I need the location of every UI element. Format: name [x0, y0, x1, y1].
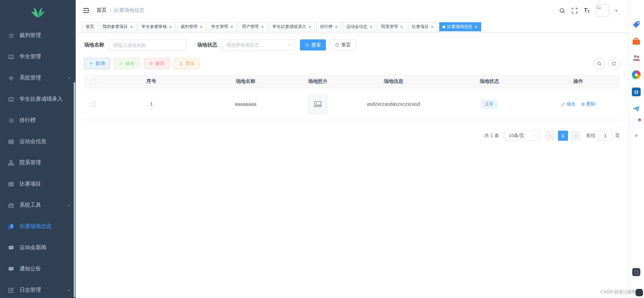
add-button[interactable]: 新增 [84, 58, 110, 69]
list-icon [8, 33, 14, 39]
avatar[interactable] [596, 4, 609, 16]
book-icon [8, 54, 14, 60]
close-icon[interactable]: ✕ [169, 25, 172, 29]
tab-sports-meet-info[interactable]: 运动会信息✕ [343, 22, 376, 31]
sidebar-item-referee-management[interactable]: 裁判管理 [0, 25, 76, 46]
tag-icon[interactable] [632, 20, 641, 29]
row-edit-link[interactable]: 修改 [561, 101, 576, 107]
row-venue-photo [291, 94, 345, 114]
sidebar-item-score-entry[interactable]: 学生比赛成绩录入 [0, 89, 76, 110]
venue-status-label: 场地状态 [197, 42, 217, 48]
main-area: 首页 / 比赛场地信息 TT ▾ 首页 我的参赛项目✕ 学生参赛审核✕ 裁判管理… [76, 0, 628, 298]
sidebar-item-label: 运动会新闻 [20, 244, 46, 251]
search-button[interactable]: 搜索 [300, 39, 326, 51]
tab-score-entry[interactable]: 学生比赛成绩录入✕ [269, 22, 315, 31]
page-size-select[interactable]: 10条/页 [504, 131, 540, 141]
search-icon[interactable] [559, 7, 565, 14]
export-button[interactable]: 导出 [174, 58, 200, 69]
sidebar-item-notice[interactable]: 通知公告 [0, 258, 76, 279]
venue-status-select[interactable]: 请选择场地状态 [222, 39, 295, 51]
breadcrumb: 首页 / 比赛场地信息 [97, 7, 144, 13]
tab-student-review[interactable]: 学生参赛审核✕ [138, 22, 176, 31]
toggle-search-button[interactable] [594, 58, 605, 69]
delete-button[interactable]: 删除 [144, 58, 170, 69]
close-icon[interactable]: ✕ [335, 25, 338, 29]
tab-label: 运动会信息 [346, 24, 368, 30]
tab-student-management[interactable]: 学生管理✕ [208, 22, 237, 31]
row-venue-name: aaaaaaaa [200, 101, 291, 107]
tab-my-events[interactable]: 我的参赛项目✕ [99, 22, 137, 31]
paper-plane-icon[interactable] [632, 104, 641, 113]
fullscreen-icon[interactable] [571, 7, 578, 14]
tab-label: 学生参赛审核 [142, 24, 167, 30]
arrow-right-icon [574, 134, 578, 138]
select-all-checkbox[interactable] [91, 79, 96, 84]
tab-user-management[interactable]: 用户管理✕ [238, 22, 267, 31]
reset-button[interactable]: 重置 [330, 39, 356, 51]
goto-page-input[interactable] [598, 131, 612, 141]
next-page-button[interactable] [571, 131, 581, 141]
photo-thumbnail[interactable] [308, 94, 328, 114]
close-icon[interactable]: ✕ [308, 25, 311, 29]
caret-down-icon[interactable]: ▾ [615, 8, 617, 13]
hamburger-icon[interactable] [82, 7, 90, 14]
tab-referee-management[interactable]: 裁判管理✕ [177, 22, 206, 31]
close-icon[interactable]: ✕ [199, 25, 203, 29]
briefcase-icon[interactable] [632, 37, 641, 46]
tab-label: 比赛场地信息 [447, 24, 472, 30]
sidebar-item-student-management[interactable]: 学生管理 [0, 46, 76, 67]
current-page-button[interactable]: 1 [558, 131, 568, 141]
screenshot-icon[interactable] [632, 268, 640, 276]
breadcrumb-home[interactable]: 首页 [97, 7, 107, 13]
add-extension-icon[interactable]: + [632, 131, 641, 140]
prev-page-button[interactable] [545, 131, 555, 141]
pinwheel-icon[interactable] [632, 70, 641, 79]
corner-tool-icon[interactable] [636, 289, 643, 296]
list-icon [8, 118, 14, 124]
row-checkbox[interactable] [91, 102, 96, 107]
sidebar-item-sports-meet-info[interactable]: 运动会信息 [0, 131, 76, 152]
close-icon[interactable]: ✕ [475, 25, 478, 29]
close-icon[interactable]: ✕ [230, 25, 233, 29]
col-venue-status: 场地状态 [442, 78, 536, 85]
sidebar-item-sports-news[interactable]: 运动会新闻 [0, 237, 76, 258]
edit-button[interactable]: 修改 [114, 58, 140, 69]
close-icon[interactable]: ✕ [400, 25, 404, 29]
tab-label: 学生比赛成绩录入 [272, 24, 306, 30]
copy-icon [8, 224, 14, 230]
tab-venue-info[interactable]: 比赛场地信息✕ [439, 22, 481, 31]
reset-button-label: 重置 [341, 42, 351, 48]
image-icon [313, 100, 322, 108]
row-select-cell [84, 102, 103, 107]
sidebar-scrollbar[interactable] [74, 82, 75, 297]
sidebar-item-system-management[interactable]: 系统管理 [0, 67, 76, 89]
tab-label: 裁判管理 [181, 24, 197, 30]
sidebar-item-competition-events[interactable]: 比赛项目 [0, 173, 76, 195]
close-icon[interactable]: ✕ [261, 25, 264, 29]
sidebar-item-label: 日志管理 [20, 287, 41, 294]
arrow-left-icon [548, 134, 553, 138]
sidebar-item-department-management[interactable]: 院系管理 [0, 152, 76, 173]
tab-label: 院系管理 [381, 24, 398, 30]
col-venue-photo: 场地照片 [291, 78, 345, 85]
col-index: 序号 [103, 78, 200, 85]
tab-department-management[interactable]: 院系管理✕ [378, 22, 407, 31]
sidebar-item-log-management[interactable]: 日志管理 [0, 279, 76, 298]
sidebar-item-venue-info[interactable]: 比赛场地信息 [0, 216, 76, 237]
close-icon[interactable]: ✕ [130, 25, 133, 29]
sidebar-item-system-tools[interactable]: 系统工具 [0, 195, 76, 216]
tab-label: 首页 [86, 24, 94, 30]
venue-name-input[interactable] [109, 39, 186, 51]
close-icon[interactable]: ✕ [431, 25, 434, 29]
sidebar-item-ranking[interactable]: 排行榜 [0, 110, 76, 131]
close-icon[interactable]: ✕ [369, 25, 373, 29]
tab-home[interactable]: 首页 [82, 22, 98, 31]
tab-competition-events[interactable]: 比赛项目✕ [409, 22, 438, 31]
table-header-row: 序号 场地名称 场地照片 场地信息 场地状态 操作 [84, 75, 620, 88]
refresh-table-button[interactable] [608, 58, 620, 69]
contacts-icon[interactable] [632, 54, 641, 62]
row-delete-link[interactable]: 删除 [581, 101, 596, 107]
tab-ranking[interactable]: 排行榜✕ [316, 22, 341, 31]
outlook-icon[interactable]: O [632, 88, 641, 96]
font-size-icon[interactable]: TT [584, 7, 590, 14]
